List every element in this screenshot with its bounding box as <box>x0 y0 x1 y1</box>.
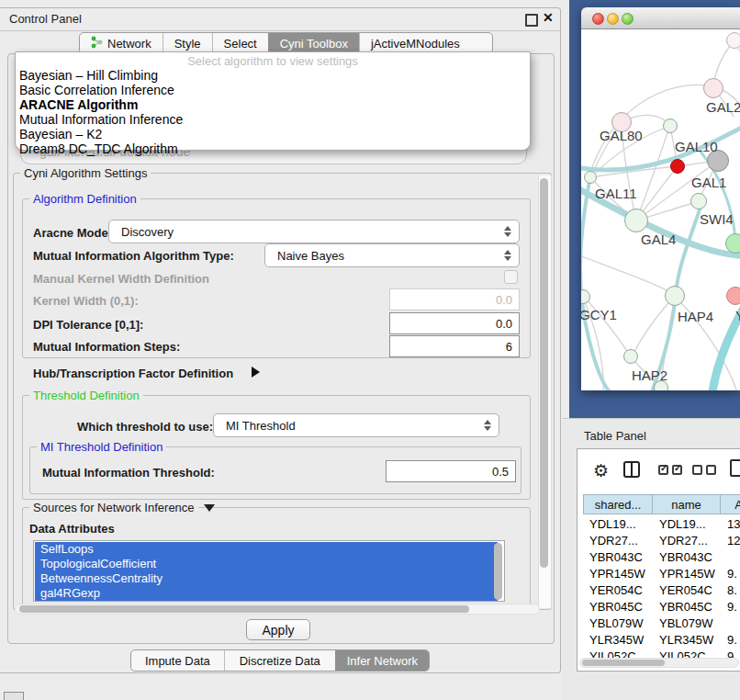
cell: 9. <box>721 600 740 614</box>
list-item-selected[interactable]: SelfLoops <box>35 542 498 557</box>
node-label: GCY1 <box>581 307 617 322</box>
tab-network[interactable]: Network <box>80 33 163 53</box>
table-row[interactable]: YLR345WYLR345W9. <box>583 633 740 647</box>
tab-style[interactable]: Style <box>163 33 212 53</box>
cell <box>721 550 740 564</box>
tab-infer-network[interactable]: Infer Network <box>335 650 429 671</box>
mi-steps-field[interactable]: 6 <box>389 335 520 357</box>
tab-jactivemnodules[interactable]: jActiveMNodules <box>359 33 471 53</box>
table-row[interactable]: YBL079WYBL079W <box>583 616 740 630</box>
network-canvas[interactable]: GAL2 GAL80 GAL10 GAL1 SWI4 GAL11 GAL4 GC… <box>581 29 740 390</box>
zoom-window-icon[interactable] <box>622 13 633 25</box>
tab-discretize-data[interactable]: Discretize Data <box>224 650 335 671</box>
algorithm-definition-title: Algorithm Definition <box>29 192 140 206</box>
network-node-hap2[interactable] <box>623 349 638 364</box>
tab-style-label: Style <box>174 37 201 51</box>
checked-checkbox-icon[interactable] <box>672 465 682 475</box>
unchecked-checkbox-icon[interactable] <box>692 465 702 475</box>
network-node-selected-red[interactable] <box>670 159 685 174</box>
network-desktop: GAL2 GAL80 GAL10 GAL1 SWI4 GAL11 GAL4 GC… <box>569 0 740 418</box>
sources-title[interactable]: Sources for Network Inference <box>29 501 198 514</box>
column-header[interactable]: shared... <box>583 494 653 514</box>
tab-cyni-toolbox[interactable]: Cyni Toolbox <box>268 33 359 53</box>
network-node-hap4[interactable] <box>665 286 685 306</box>
node-label: SWI4 <box>700 211 734 227</box>
settings-hscrollbar-thumb[interactable] <box>19 605 469 613</box>
hub-section-label[interactable]: Hub/Transcription Factor Definition <box>33 367 233 380</box>
table-horizontal-scrollbar[interactable] <box>579 658 739 668</box>
network-node-bright-green[interactable] <box>725 233 740 254</box>
aracne-mode-combo[interactable]: Discovery <box>108 220 520 243</box>
tab-infer-network-label: Infer Network <box>347 654 418 668</box>
table-row[interactable]: YER054CYER054C8. <box>583 583 740 597</box>
network-node-gal2[interactable] <box>703 78 723 98</box>
table-row[interactable]: YPR145WYPR145W9. <box>583 567 740 581</box>
document-icon[interactable] <box>730 459 740 477</box>
tab-discretize-data-label: Discretize Data <box>240 654 320 668</box>
dpi-tolerance-field[interactable]: 0.0 <box>389 312 520 334</box>
combo-stepper-icon <box>504 250 511 261</box>
table-row[interactable]: YDR27...YDR27...12 <box>583 534 740 548</box>
table-hscrollbar-thumb[interactable] <box>582 660 665 666</box>
dropdown-item[interactable]: Bayesian – Hill Climbing <box>19 68 158 83</box>
settings-vertical-scrollbar[interactable] <box>538 175 552 608</box>
manual-kernel-width-label: Manual Kernel Width Definition <box>33 272 209 286</box>
which-threshold-label: Which threshold to use: <box>77 420 213 434</box>
list-item-selected[interactable]: TopologicalCoefficient <box>35 557 498 571</box>
checked-checkbox-icon[interactable] <box>658 465 668 475</box>
dropdown-item[interactable]: Basic Correlation Inference <box>19 83 174 97</box>
close-window-icon[interactable] <box>592 13 604 25</box>
dropdown-item[interactable]: Bayesian – K2 <box>19 127 102 141</box>
dropdown-item[interactable]: Mutual Information Inference <box>19 112 183 127</box>
kernel-width-field[interactable]: 0.0 <box>389 288 520 310</box>
tab-impute-data-label: Impute Data <box>145 654 210 668</box>
network-node-gal1[interactable] <box>690 193 707 209</box>
table-row[interactable]: YDL19...YDL19...13 <box>583 517 740 531</box>
cell: YBR045C <box>583 600 653 614</box>
network-node-gal11[interactable] <box>584 171 597 184</box>
network-node-gal4[interactable] <box>624 209 648 232</box>
cell: YER054C <box>583 583 653 597</box>
column-header[interactable]: A <box>721 494 740 514</box>
column-header[interactable]: name <box>653 494 721 514</box>
mi-algorithm-type-label: Mutual Information Algorithm Type: <box>33 249 234 263</box>
table-row[interactable]: YBR043CYBR043C <box>583 550 740 564</box>
unchecked-checkbox-icon[interactable] <box>706 465 716 475</box>
dropdown-item-highlighted[interactable]: ARACNE Algorithm <box>19 97 138 112</box>
mutual-information-threshold-field[interactable]: 0.5 <box>386 460 516 482</box>
combo-stepper-icon <box>484 420 491 431</box>
dpi-tolerance-label: DPI Tolerance [0,1]: <box>33 318 143 332</box>
algorithm-dropdown-popup: Select algorithm to view settings Bayesi… <box>15 51 531 151</box>
list-item-selected[interactable]: BetweennessCentrality <box>35 571 498 586</box>
columns-icon[interactable] <box>623 461 640 478</box>
network-node-gal10[interactable] <box>663 119 678 133</box>
table-row[interactable]: YBR045CYBR045C9. <box>583 600 740 614</box>
attributes-scrollbar-thumb[interactable] <box>494 543 502 600</box>
node-label: GAL2 <box>706 99 740 115</box>
settings-horizontal-scrollbar[interactable] <box>15 604 540 615</box>
cell: YPR145W <box>583 567 653 581</box>
network-node[interactable] <box>726 32 740 49</box>
network-window-titlebar[interactable] <box>581 7 740 29</box>
tab-select[interactable]: Select <box>212 33 268 53</box>
settings-scrollbar-thumb[interactable] <box>540 178 548 568</box>
gear-icon[interactable]: ⚙ <box>593 460 609 481</box>
network-node-salmon[interactable] <box>726 287 740 305</box>
which-threshold-value: MI Threshold <box>226 419 296 433</box>
list-item-selected[interactable]: gal4RGexp <box>35 586 498 601</box>
dropdown-item[interactable]: Dream8 DC_TDC Algorithm <box>19 141 178 156</box>
expand-right-icon[interactable] <box>252 367 260 378</box>
data-attributes-list[interactable]: SelfLoops TopologicalCoefficient Between… <box>33 540 505 602</box>
manual-kernel-width-checkbox[interactable] <box>504 270 518 284</box>
mi-algorithm-type-combo[interactable]: Naive Bayes <box>264 243 520 267</box>
which-threshold-combo[interactable]: MI Threshold <box>213 413 499 437</box>
minimize-window-icon[interactable] <box>607 13 619 25</box>
close-window-icon[interactable]: ✕ <box>543 10 554 25</box>
tab-impute-data[interactable]: Impute Data <box>131 650 224 671</box>
node-label: HAP4 <box>678 309 713 324</box>
collapsed-panel-button[interactable] <box>4 692 24 700</box>
mi-steps-label: Mutual Information Steps: <box>33 340 180 354</box>
apply-button[interactable]: Apply <box>246 619 310 640</box>
collapse-down-icon[interactable] <box>204 504 215 512</box>
float-window-icon[interactable] <box>525 14 538 27</box>
